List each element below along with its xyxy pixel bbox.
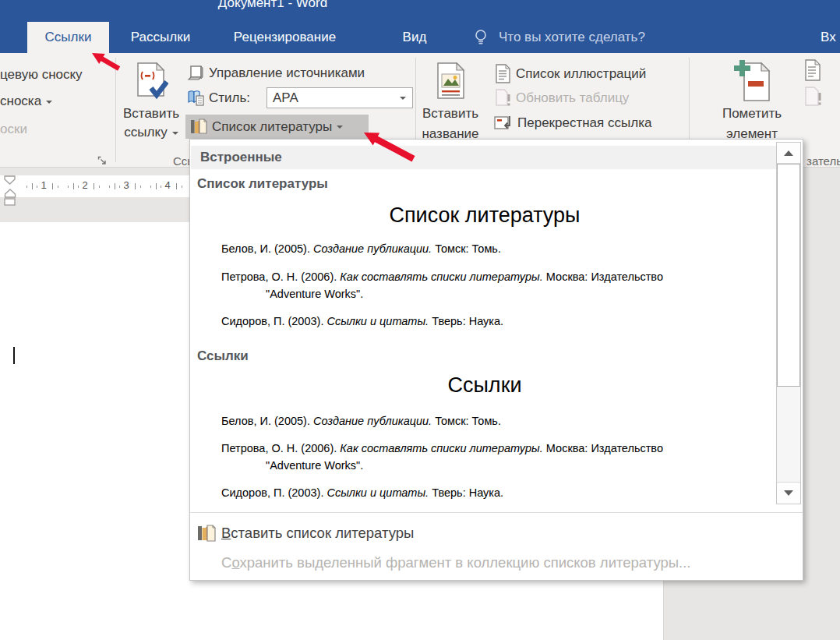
text-cursor (13, 347, 15, 364)
scroll-down-button[interactable] (777, 482, 800, 504)
chevron-down-icon (400, 97, 406, 100)
show-notes-button[interactable]: оски (0, 122, 27, 137)
scroll-up-icon (784, 150, 793, 156)
style-value: APA (273, 90, 298, 105)
insert-citation-button[interactable]: Вставить ссылку (117, 56, 185, 167)
bibliography-entry: Белов, И. (2005). Создание публикации. Т… (221, 242, 501, 255)
bibliography-dropdown: Встроенные Список литературы Список лите… (189, 139, 803, 581)
scrollbar-track[interactable] (777, 387, 800, 482)
mark-entry-icon (733, 59, 772, 104)
preview-title: Ссылки (196, 373, 773, 398)
ribbon-tab-bar: Ссылки Рассылки Рецензирование Вид Что в… (0, 22, 840, 53)
update-table-icon (494, 88, 511, 108)
gallery-section-name-references: Ссылки (197, 348, 249, 364)
style-select[interactable]: APA (266, 87, 413, 108)
scrollbar-thumb[interactable] (777, 164, 800, 387)
bibliography-entry: Петрова, О. Н. (2006). Как составлять сп… (221, 442, 663, 454)
insert-endnote-button[interactable]: цевую сноску (0, 67, 83, 83)
tab-review[interactable]: Рецензирование (221, 22, 349, 53)
index-group-label: затель (806, 154, 840, 168)
bibliography-entry: Сидоров, П. (2003). Ссылки и цитаты. Тве… (221, 486, 503, 499)
chevron-down-icon (337, 126, 343, 129)
bibliography-entry-continued: "Adventure Works". (266, 459, 363, 472)
dialog-launcher-icon[interactable] (97, 155, 108, 166)
bibliography-button[interactable]: Список литературы (185, 115, 369, 139)
manage-sources-button[interactable]: Управление источниками (187, 63, 365, 83)
bibliography-books-icon (190, 118, 207, 136)
save-selection-menu-item[interactable]: Сохранить выделенный фрагмент в коллекци… (190, 548, 803, 578)
table-of-figures-button[interactable]: Список иллюстраций (494, 64, 646, 84)
gallery-item-bibliography[interactable]: Список литературы Белов, И. (2005). Созд… (196, 200, 773, 342)
bibliography-entry: Сидоров, П. (2003). Ссылки и цитаты. Тве… (221, 315, 503, 327)
next-footnote-button[interactable]: сноска (0, 94, 52, 109)
window-title: Документ1 - Word (156, 0, 390, 11)
first-line-indent-marker[interactable] (4, 175, 16, 185)
preview-title: Список литературы (196, 203, 773, 228)
insert-bibliography-label: Вставить список литературы (221, 518, 414, 548)
bibliography-entry-continued: "Adventure Works". (266, 288, 363, 300)
bibliography-entry: Белов, И. (2005). Создание публикации. Т… (221, 415, 501, 427)
style-book-icon (187, 90, 204, 107)
lightbulb-icon (472, 28, 489, 47)
update-index-icon[interactable] (803, 86, 821, 108)
title-bar: Документ1 - Word (0, 0, 840, 22)
gallery-section-name-bibliography: Список литературы (197, 176, 328, 192)
hanging-indent-marker[interactable] (4, 189, 16, 198)
manage-sources-icon (187, 65, 204, 82)
style-row: Стиль: (187, 88, 250, 108)
bibliography-label: Список литературы (212, 119, 332, 135)
tell-me-box[interactable]: Что вы хотите сделать? (499, 22, 645, 53)
insert-caption-icon (436, 62, 467, 101)
insert-citation-label2: ссылку (117, 125, 185, 140)
sign-in-label[interactable]: Вх (821, 22, 836, 53)
tab-references[interactable]: Ссылки (27, 22, 109, 53)
cross-reference-button[interactable]: Перекрестная ссылка (494, 113, 651, 133)
insert-bibliography-icon (197, 525, 216, 543)
insert-bibliography-menu-item[interactable]: Вставить список литературы (190, 518, 803, 548)
insert-index-icon[interactable] (803, 59, 821, 81)
insert-citation-icon (136, 62, 168, 103)
tab-mailings[interactable]: Рассылки (117, 22, 204, 53)
cross-reference-icon (494, 115, 513, 132)
update-table-button[interactable]: Обновить таблицу (494, 88, 629, 108)
save-selection-label: Сохранить выделенный фрагмент в коллекци… (221, 548, 690, 578)
table-of-figures-icon (494, 64, 511, 84)
gallery-item-references[interactable]: Ссылки Белов, И. (2005). Создание публик… (196, 372, 773, 514)
tab-view[interactable]: Вид (387, 22, 442, 53)
left-indent-marker[interactable] (4, 198, 16, 206)
builtin-section-header: Встроенные (191, 146, 777, 169)
scroll-down-icon (784, 490, 793, 496)
style-label: Стиль: (209, 90, 250, 106)
scroll-up-button[interactable] (777, 143, 800, 164)
word-window: Документ1 - Word Ссылки Рассылки Рецензи… (0, 0, 840, 640)
chevron-down-icon (172, 132, 178, 135)
gallery-scrollbar[interactable] (776, 142, 801, 504)
chevron-down-icon (46, 101, 52, 104)
group-separator (115, 58, 116, 162)
bibliography-entry: Петрова, О. Н. (2006). Как составлять сп… (221, 270, 663, 283)
menu-divider (190, 512, 803, 513)
